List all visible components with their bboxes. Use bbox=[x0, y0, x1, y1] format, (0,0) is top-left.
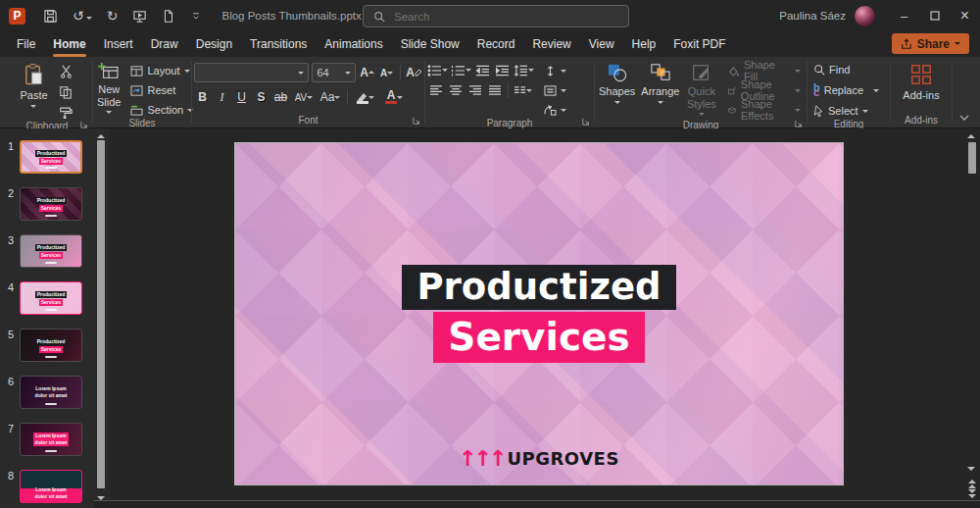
slide-item-7[interactable]: 7 Lorem Ipsum dolor sit amet bbox=[2, 423, 110, 456]
undo-button[interactable]: ↺ bbox=[73, 9, 92, 23]
slide-thumbnail-8[interactable]: Lorem Ipsum dolor sit amet bbox=[20, 470, 82, 503]
slide-canvas[interactable]: Productized Services ↑↑↑ UPGROVES bbox=[235, 143, 843, 484]
slide-thumbnail-6[interactable]: Lorem Ipsum dolor sit amet bbox=[20, 376, 82, 409]
powerpoint-app-icon[interactable]: P bbox=[9, 8, 25, 25]
paragraph-dialog-launcher-icon[interactable] bbox=[582, 118, 590, 126]
start-slideshow-icon[interactable] bbox=[132, 9, 147, 24]
replace-button[interactable]: b c Replace bbox=[811, 82, 881, 98]
font-name-combobox[interactable] bbox=[194, 63, 309, 82]
quick-styles-button[interactable]: Quick Styles bbox=[683, 60, 719, 120]
canvas-scrollbar[interactable] bbox=[967, 130, 977, 502]
scroll-up-icon[interactable] bbox=[97, 130, 105, 138]
underline-button[interactable]: U bbox=[233, 89, 250, 106]
slide-thumbnail-7[interactable]: Lorem Ipsum dolor sit amet bbox=[20, 423, 82, 456]
font-dialog-launcher-icon[interactable] bbox=[413, 117, 420, 125]
tab-file[interactable]: File bbox=[8, 32, 44, 56]
slide-item-5[interactable]: 5 Productized Services bbox=[2, 329, 110, 362]
user-name[interactable]: Paulina Sáez bbox=[779, 10, 846, 22]
clipboard-dialog-launcher-icon[interactable] bbox=[80, 121, 88, 128]
new-document-icon[interactable] bbox=[162, 9, 175, 24]
slide-title-textbox[interactable]: Productized Services bbox=[402, 265, 675, 363]
columns-button[interactable] bbox=[514, 82, 532, 99]
decrease-indent-button[interactable] bbox=[474, 62, 491, 78]
tab-record[interactable]: Record bbox=[468, 32, 524, 56]
slide-thumbnail-4[interactable]: Productized Services bbox=[20, 281, 82, 315]
slide-thumbnail-3[interactable]: Productized Services bbox=[20, 234, 82, 268]
slide-thumbnail-5[interactable]: Productized Services bbox=[20, 329, 82, 362]
minimize-button[interactable]: – bbox=[889, 0, 919, 31]
redo-icon[interactable]: ↻ bbox=[107, 9, 119, 23]
tab-home[interactable]: Home bbox=[44, 32, 94, 56]
scrollbar-thumb[interactable] bbox=[968, 142, 976, 174]
font-size-combobox[interactable]: 64 bbox=[312, 63, 356, 82]
copy-button[interactable] bbox=[58, 83, 74, 100]
increase-font-size-button[interactable]: A bbox=[359, 65, 375, 81]
shapes-button[interactable]: Shapes bbox=[597, 60, 637, 108]
text-direction-button[interactable] bbox=[542, 63, 568, 78]
tab-insert[interactable]: Insert bbox=[95, 32, 142, 56]
search-box[interactable] bbox=[363, 5, 629, 27]
tab-animations[interactable]: Animations bbox=[316, 32, 391, 56]
find-button[interactable]: Find bbox=[811, 62, 881, 77]
change-case-button[interactable]: Aa bbox=[318, 89, 342, 106]
collapse-ribbon-icon[interactable] bbox=[958, 114, 970, 123]
arrange-button[interactable]: Arrange bbox=[639, 60, 681, 108]
slide-thumbnail-2[interactable]: Productized Services bbox=[20, 187, 82, 221]
align-left-button[interactable] bbox=[427, 82, 444, 99]
italic-button[interactable]: I bbox=[214, 89, 230, 106]
tab-draw[interactable]: Draw bbox=[142, 32, 187, 56]
scroll-down-icon[interactable] bbox=[967, 467, 975, 475]
share-button[interactable]: Share bbox=[892, 33, 969, 54]
text-shadow-button[interactable]: S bbox=[253, 89, 270, 106]
align-right-button[interactable] bbox=[466, 82, 483, 99]
save-icon[interactable] bbox=[43, 9, 58, 24]
tab-foxit-pdf[interactable]: Foxit PDF bbox=[664, 32, 734, 56]
slide-item-4[interactable]: 4 Productized Services bbox=[2, 281, 110, 315]
customize-quick-access-icon[interactable] bbox=[190, 10, 202, 22]
slide-title-line2[interactable]: Services bbox=[433, 312, 644, 363]
slide-item-8[interactable]: 8 Lorem Ipsum dolor sit amet bbox=[2, 470, 110, 503]
scrollbar-thumb[interactable] bbox=[97, 140, 105, 488]
tab-view[interactable]: View bbox=[580, 32, 623, 56]
align-text-button[interactable] bbox=[542, 82, 568, 98]
user-avatar[interactable] bbox=[855, 6, 875, 26]
tab-review[interactable]: Review bbox=[523, 32, 579, 56]
slide-item-3[interactable]: 3 Productized Services bbox=[2, 234, 110, 268]
cut-button[interactable] bbox=[58, 63, 74, 79]
new-slide-button[interactable]: New Slide bbox=[95, 60, 122, 118]
slide-item-2[interactable]: 2 Productized Services bbox=[2, 187, 110, 221]
align-center-button[interactable] bbox=[447, 82, 464, 99]
numbering-button[interactable] bbox=[451, 62, 471, 78]
maximize-button[interactable] bbox=[919, 0, 950, 31]
character-spacing-button[interactable]: AV bbox=[292, 89, 316, 106]
tab-help[interactable]: Help bbox=[623, 32, 665, 56]
font-color-button[interactable]: A bbox=[381, 89, 407, 106]
slide-title-line1[interactable]: Productized bbox=[402, 265, 675, 310]
layout-button[interactable]: Layout bbox=[128, 63, 195, 78]
tab-slide-show[interactable]: Slide Show bbox=[392, 32, 468, 56]
tab-design[interactable]: Design bbox=[187, 32, 241, 56]
reset-button[interactable]: Reset bbox=[128, 82, 195, 98]
strikethrough-button[interactable]: ab bbox=[272, 89, 289, 106]
shape-effects-button[interactable]: Shape Effects bbox=[725, 102, 803, 118]
line-spacing-button[interactable] bbox=[514, 62, 534, 78]
convert-to-smartart-button[interactable] bbox=[542, 102, 568, 118]
select-button[interactable]: Select bbox=[811, 103, 881, 119]
decrease-font-size-button[interactable]: A bbox=[378, 65, 395, 81]
increase-indent-button[interactable] bbox=[494, 62, 511, 78]
tab-transitions[interactable]: Transitions bbox=[241, 32, 316, 56]
thumbnails-scrollbar[interactable] bbox=[97, 130, 106, 504]
shape-outline-button[interactable]: Shape Outline bbox=[725, 82, 803, 98]
upgroves-logo[interactable]: ↑↑↑ UPGROVES bbox=[459, 448, 619, 469]
drawing-dialog-launcher-icon[interactable] bbox=[795, 120, 803, 127]
slide-item-6[interactable]: 6 Lorem Ipsum dolor sit amet bbox=[2, 376, 110, 409]
close-button[interactable]: × bbox=[950, 0, 980, 31]
section-button[interactable]: Section bbox=[128, 102, 195, 118]
shape-fill-button[interactable]: Shape Fill bbox=[725, 63, 803, 78]
clear-formatting-button[interactable]: A bbox=[406, 65, 422, 81]
format-painter-button[interactable] bbox=[58, 104, 74, 121]
paste-button[interactable]: Paste bbox=[18, 60, 49, 112]
bullets-button[interactable] bbox=[427, 62, 448, 78]
bold-button[interactable]: B bbox=[194, 89, 211, 106]
previous-slide-button[interactable] bbox=[968, 476, 976, 488]
